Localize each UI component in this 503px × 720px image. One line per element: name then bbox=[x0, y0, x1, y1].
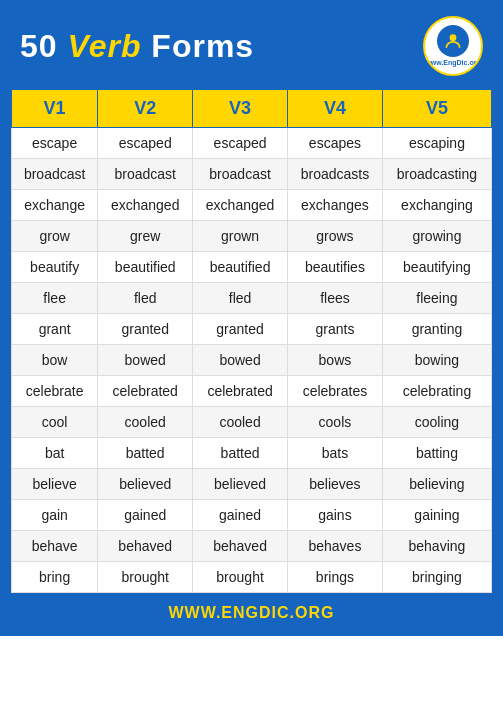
table-cell-v1: cool bbox=[12, 407, 98, 438]
logo: www.EngDic.org bbox=[423, 16, 483, 76]
table-row: behavebehavedbehavedbehavesbehaving bbox=[12, 531, 492, 562]
table-cell-v3: behaved bbox=[193, 531, 288, 562]
table-cell-v5: behaving bbox=[382, 531, 491, 562]
table-cell-v1: bring bbox=[12, 562, 98, 593]
table-cell-v5: exchanging bbox=[382, 190, 491, 221]
title-prefix: 50 bbox=[20, 28, 67, 64]
table-cell-v2: behaved bbox=[98, 531, 193, 562]
title-suffix: Forms bbox=[141, 28, 254, 64]
verb-table-wrapper: V1V2V3V4V5 escapeescapedescapedescapeses… bbox=[8, 86, 495, 596]
table-cell-v3: believed bbox=[193, 469, 288, 500]
table-row: fleefledfledfleesfleeing bbox=[12, 283, 492, 314]
table-cell-v3: grown bbox=[193, 221, 288, 252]
table-cell-v5: bowing bbox=[382, 345, 491, 376]
table-cell-v2: beautified bbox=[98, 252, 193, 283]
table-row: bowbowedbowedbowsbowing bbox=[12, 345, 492, 376]
table-cell-v1: broadcast bbox=[12, 159, 98, 190]
table-cell-v2: gained bbox=[98, 500, 193, 531]
table-cell-v2: celebrated bbox=[98, 376, 193, 407]
header: 50 Verb Forms www.EngDic.org bbox=[8, 8, 495, 86]
header-row: V1V2V3V4V5 bbox=[12, 90, 492, 128]
footer-text: WWW.ENGDIC.ORG bbox=[169, 604, 335, 621]
table-cell-v4: grows bbox=[288, 221, 383, 252]
table-cell-v5: beautifying bbox=[382, 252, 491, 283]
footer: WWW.ENGDIC.ORG bbox=[8, 596, 495, 628]
table-row: beautifybeautifiedbeautifiedbeautifiesbe… bbox=[12, 252, 492, 283]
table-cell-v3: escaped bbox=[193, 128, 288, 159]
table-cell-v4: brings bbox=[288, 562, 383, 593]
page-title: 50 Verb Forms bbox=[20, 28, 254, 65]
logo-icon bbox=[437, 25, 469, 57]
table-cell-v1: gain bbox=[12, 500, 98, 531]
table-cell-v1: grow bbox=[12, 221, 98, 252]
table-cell-v1: beautify bbox=[12, 252, 98, 283]
table-cell-v1: flee bbox=[12, 283, 98, 314]
table-cell-v4: beautifies bbox=[288, 252, 383, 283]
table-cell-v5: escaping bbox=[382, 128, 491, 159]
table-cell-v1: bow bbox=[12, 345, 98, 376]
table-cell-v3: exchanged bbox=[193, 190, 288, 221]
table-cell-v2: broadcast bbox=[98, 159, 193, 190]
table-cell-v4: behaves bbox=[288, 531, 383, 562]
page-container: 50 Verb Forms www.EngDic.org V1V2V3V4V5 … bbox=[0, 0, 503, 636]
table-row: bringbroughtbroughtbringsbringing bbox=[12, 562, 492, 593]
column-header-v1: V1 bbox=[12, 90, 98, 128]
table-cell-v4: exchanges bbox=[288, 190, 383, 221]
column-header-v5: V5 bbox=[382, 90, 491, 128]
table-cell-v1: grant bbox=[12, 314, 98, 345]
table-body: escapeescapedescapedescapesescapingbroad… bbox=[12, 128, 492, 593]
table-cell-v1: escape bbox=[12, 128, 98, 159]
table-row: growgrewgrowngrowsgrowing bbox=[12, 221, 492, 252]
table-cell-v4: flees bbox=[288, 283, 383, 314]
table-cell-v2: believed bbox=[98, 469, 193, 500]
table-cell-v5: batting bbox=[382, 438, 491, 469]
table-cell-v3: cooled bbox=[193, 407, 288, 438]
table-cell-v3: beautified bbox=[193, 252, 288, 283]
table-cell-v2: bowed bbox=[98, 345, 193, 376]
table-cell-v4: cools bbox=[288, 407, 383, 438]
table-cell-v3: fled bbox=[193, 283, 288, 314]
table-cell-v5: celebrating bbox=[382, 376, 491, 407]
table-cell-v1: bat bbox=[12, 438, 98, 469]
table-cell-v2: grew bbox=[98, 221, 193, 252]
table-cell-v4: bows bbox=[288, 345, 383, 376]
table-row: grantgrantedgrantedgrantsgranting bbox=[12, 314, 492, 345]
table-cell-v5: granting bbox=[382, 314, 491, 345]
table-cell-v4: broadcasts bbox=[288, 159, 383, 190]
table-cell-v4: bats bbox=[288, 438, 383, 469]
table-cell-v4: escapes bbox=[288, 128, 383, 159]
svg-point-0 bbox=[450, 34, 457, 41]
table-row: broadcastbroadcastbroadcastbroadcastsbro… bbox=[12, 159, 492, 190]
column-header-v3: V3 bbox=[193, 90, 288, 128]
table-cell-v5: bringing bbox=[382, 562, 491, 593]
table-cell-v2: granted bbox=[98, 314, 193, 345]
table-cell-v3: celebrated bbox=[193, 376, 288, 407]
table-cell-v4: gains bbox=[288, 500, 383, 531]
table-header: V1V2V3V4V5 bbox=[12, 90, 492, 128]
column-header-v2: V2 bbox=[98, 90, 193, 128]
logo-text: www.EngDic.org bbox=[425, 59, 480, 67]
table-cell-v3: batted bbox=[193, 438, 288, 469]
title-verb: Verb bbox=[67, 28, 141, 64]
table-row: believebelievedbelievedbelievesbelieving bbox=[12, 469, 492, 500]
table-row: coolcooledcooledcoolscooling bbox=[12, 407, 492, 438]
table-cell-v5: growing bbox=[382, 221, 491, 252]
verb-table: V1V2V3V4V5 escapeescapedescapedescapeses… bbox=[11, 89, 492, 593]
table-row: gaingainedgainedgainsgaining bbox=[12, 500, 492, 531]
table-cell-v5: believing bbox=[382, 469, 491, 500]
table-cell-v3: granted bbox=[193, 314, 288, 345]
table-cell-v3: bowed bbox=[193, 345, 288, 376]
table-cell-v4: grants bbox=[288, 314, 383, 345]
table-cell-v2: fled bbox=[98, 283, 193, 314]
column-header-v4: V4 bbox=[288, 90, 383, 128]
table-cell-v3: broadcast bbox=[193, 159, 288, 190]
table-cell-v5: gaining bbox=[382, 500, 491, 531]
table-cell-v2: cooled bbox=[98, 407, 193, 438]
table-row: escapeescapedescapedescapesescaping bbox=[12, 128, 492, 159]
table-cell-v5: broadcasting bbox=[382, 159, 491, 190]
table-cell-v3: gained bbox=[193, 500, 288, 531]
table-cell-v1: celebrate bbox=[12, 376, 98, 407]
table-cell-v4: believes bbox=[288, 469, 383, 500]
table-cell-v5: fleeing bbox=[382, 283, 491, 314]
table-row: batbattedbattedbatsbatting bbox=[12, 438, 492, 469]
